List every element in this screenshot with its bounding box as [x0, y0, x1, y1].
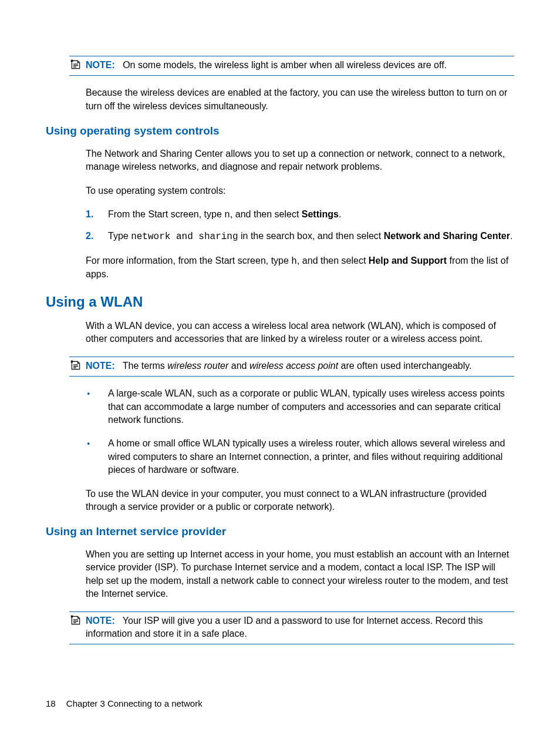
note-box-1: NOTE: On some models, the wireless light… — [69, 56, 514, 76]
note-label: NOTE: — [86, 60, 115, 70]
step-2: 2. Type network and sharing in the searc… — [86, 230, 514, 243]
paragraph-wlan-infra: To use the WLAN device in your computer,… — [86, 488, 514, 514]
paragraph-touse: To use operating system controls: — [86, 184, 514, 197]
paragraph-netshare: The Network and Sharing Center allows yo… — [86, 147, 514, 174]
note-box-3: NOTE: Your ISP will give you a user ID a… — [69, 611, 514, 645]
heading-isp: Using an Internet service provider — [46, 524, 514, 540]
page-footer: 18 Chapter 3 Connecting to a network — [46, 697, 203, 710]
bullet-1: A large-scale WLAN, such as a corporate … — [86, 387, 514, 426]
note-label: NOTE: — [86, 616, 115, 626]
paragraph-factory: Because the wireless devices are enabled… — [86, 86, 514, 113]
bullet-2: A home or small office WLAN typically us… — [86, 437, 514, 476]
step-1: 1. From the Start screen, type n, and th… — [86, 208, 514, 221]
paragraph-moreinfo: For more information, from the Start scr… — [86, 254, 514, 281]
bullet-list: A large-scale WLAN, such as a corporate … — [86, 387, 514, 476]
note-icon — [69, 59, 82, 70]
ordered-steps: 1. From the Start screen, type n, and th… — [86, 208, 514, 244]
heading-os-controls: Using operating system controls — [46, 123, 514, 139]
page-number: 18 — [46, 698, 56, 708]
heading-wlan: Using a WLAN — [46, 292, 514, 312]
note-text: Your ISP will give you a user ID and a p… — [86, 616, 483, 639]
chapter-title: Chapter 3 Connecting to a network — [66, 698, 203, 708]
note-icon — [69, 614, 82, 626]
step-number: 1. — [86, 208, 93, 221]
note-label: NOTE: — [86, 361, 115, 371]
note-box-2: NOTE: The terms wireless router and wire… — [69, 357, 514, 377]
paragraph-isp: When you are setting up Internet access … — [86, 548, 514, 601]
document-page: NOTE: On some models, the wireless light… — [0, 0, 560, 644]
step-number: 2. — [86, 230, 93, 243]
paragraph-wlan: With a WLAN device, you can access a wir… — [86, 320, 514, 346]
note-icon — [69, 359, 82, 371]
note-text: On some models, the wireless light is am… — [123, 60, 447, 70]
